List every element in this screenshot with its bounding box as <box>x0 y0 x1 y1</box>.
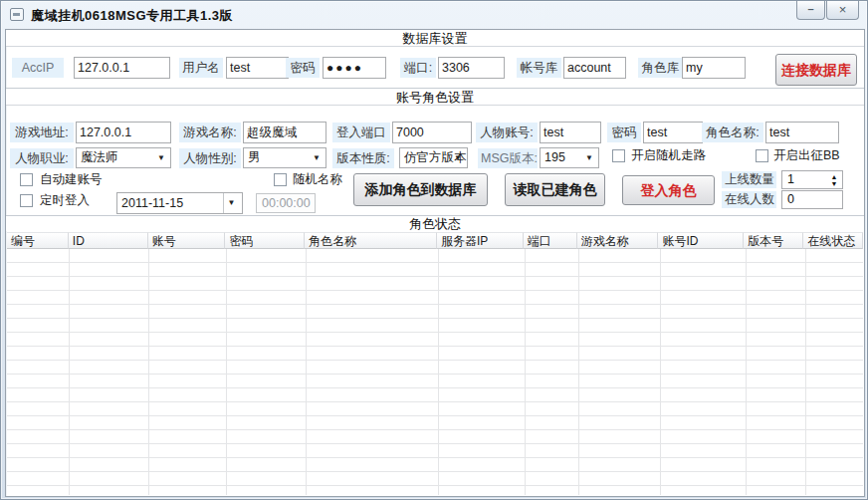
column-header-9[interactable]: 账号ID <box>658 232 744 249</box>
chevron-down-icon: ▼ <box>311 148 323 167</box>
login-port-input[interactable] <box>392 122 472 143</box>
add-role-button[interactable]: 添加角色到数据库 <box>353 173 488 206</box>
minimize-icon: – <box>807 3 813 15</box>
random-walk-checkbox[interactable] <box>612 149 625 162</box>
database-settings-group: 数据库设置 AccIP 用户名 密码 ●●●● 端口: 帐号库 角色库 连接数据… <box>6 30 864 89</box>
table-header: 编号ID账号密码角色名称服务器IP端口游戏名称账号ID版本号在线状态 <box>7 232 863 249</box>
version-type-label: 版本性质: <box>332 148 394 168</box>
chevron-down-icon: ▼ <box>155 148 167 167</box>
port-input[interactable] <box>438 57 505 79</box>
grid-column-line <box>226 249 227 495</box>
game-name-input[interactable] <box>243 122 326 143</box>
online-players-field[interactable]: 0 <box>781 190 843 209</box>
acc-ip-input[interactable] <box>74 57 170 79</box>
spinner-up-icon[interactable]: ▲ <box>831 173 838 180</box>
chevron-down-icon: ▼ <box>452 148 464 167</box>
msg-version-select[interactable]: 195▼ <box>540 147 599 168</box>
column-header-3[interactable]: 账号 <box>148 232 226 249</box>
column-header-8[interactable]: 游戏名称 <box>577 232 659 249</box>
random-name-label: 随机名称 <box>293 172 342 188</box>
login-role-button[interactable]: 登入角色 <box>622 175 715 205</box>
char-class-select[interactable]: 魔法师▼ <box>76 147 171 168</box>
msg-version-label: MSG版本: <box>478 148 538 168</box>
column-header-2[interactable]: ID <box>69 232 148 249</box>
role-name-label: 角色名称: <box>702 123 763 142</box>
column-header-10[interactable]: 版本号 <box>744 232 803 249</box>
username-input[interactable] <box>226 57 289 79</box>
grid-column-line <box>805 249 806 495</box>
column-header-1[interactable]: 编号 <box>7 232 69 249</box>
window-title: 魔域挂机0618MSG专用工具1.3版 <box>31 7 233 25</box>
online-count-value: 1 <box>787 172 794 186</box>
connect-db-button[interactable]: 连接数据库 <box>775 54 857 86</box>
timed-login-label: 定时登入 <box>40 193 90 209</box>
auto-create-checkbox[interactable] <box>20 173 33 186</box>
account-db-input[interactable] <box>563 57 626 79</box>
char-gender-select[interactable]: 男▼ <box>243 147 326 168</box>
char-gender-value: 男 <box>248 150 261 164</box>
grid-column-line <box>306 249 307 495</box>
char-class-value: 魔法师 <box>81 150 118 164</box>
timed-login-checkbox[interactable] <box>20 194 33 207</box>
battle-pet-checkbox[interactable] <box>756 149 768 162</box>
column-header-5[interactable]: 角色名称 <box>305 232 437 249</box>
grid-column-line <box>578 249 579 495</box>
role-status-title: 角色状态 <box>6 216 864 231</box>
version-type-select[interactable]: 仿官方版本▼ <box>399 147 468 168</box>
char-account-input[interactable] <box>540 122 601 143</box>
column-header-11[interactable]: 在线状态 <box>803 232 863 249</box>
role-db-label: 角色库 <box>638 58 683 78</box>
grid-column-line <box>438 249 439 495</box>
database-settings-title: 数据库设置 <box>6 30 864 47</box>
table-body[interactable] <box>7 249 863 495</box>
char-gender-label: 人物性别: <box>179 148 241 168</box>
username-label: 用户名 <box>179 58 223 78</box>
spinner-down-icon[interactable]: ▼ <box>831 180 838 187</box>
column-header-4[interactable]: 密码 <box>225 232 305 249</box>
game-addr-label: 游戏地址: <box>10 123 74 142</box>
acc-ip-label: AccIP <box>12 58 64 78</box>
char-account-label: 人物账号: <box>476 123 538 142</box>
acct-password-input[interactable] <box>643 122 703 143</box>
game-addr-input[interactable] <box>76 122 171 143</box>
login-date-select[interactable]: 2011-11-15▼ <box>116 192 243 214</box>
window-content: 数据库设置 AccIP 用户名 密码 ●●●● 端口: 帐号库 角色库 连接数据… <box>5 29 865 497</box>
role-status-group: 角色状态 编号ID账号密码角色名称服务器IP端口游戏名称账号ID版本号在线状态 <box>6 216 864 496</box>
title-bar[interactable]: 魔域挂机0618MSG专用工具1.3版 – × <box>1 1 867 29</box>
minimize-button[interactable]: – <box>796 1 825 20</box>
port-label: 端口: <box>400 58 436 78</box>
role-db-input[interactable] <box>682 57 746 79</box>
online-count-label: 上线数量 <box>722 171 776 188</box>
msg-version-value: 195 <box>544 150 565 164</box>
close-icon: × <box>839 2 847 17</box>
auto-create-label: 自动建账号 <box>40 172 103 188</box>
db-password-input[interactable]: ●●●● <box>323 57 386 79</box>
login-time-input[interactable]: 00:00:00 <box>256 193 316 213</box>
random-walk-label: 开启随机走路 <box>631 148 706 164</box>
account-role-settings-title: 账号角色设置 <box>6 89 864 106</box>
grid-column-line <box>69 249 70 495</box>
grid-column-line <box>660 249 661 495</box>
column-header-6[interactable]: 服务器IP <box>437 232 524 249</box>
online-players-label: 在线人数 <box>722 191 776 208</box>
game-name-label: 游戏名称: <box>179 123 241 142</box>
read-roles-button[interactable]: 读取已建角色 <box>505 173 605 206</box>
online-count-stepper[interactable]: 1▲▼ <box>781 170 843 189</box>
login-port-label: 登入端口 <box>332 123 390 142</box>
app-window: 魔域挂机0618MSG专用工具1.3版 – × 数据库设置 AccIP 用户名 … <box>0 0 868 500</box>
grid-column-line <box>525 249 526 495</box>
close-button[interactable]: × <box>826 1 859 20</box>
db-password-label: 密码 <box>286 58 320 78</box>
role-name-input[interactable] <box>765 122 839 143</box>
login-date-value: 2011-11-15 <box>121 196 183 210</box>
chevron-down-icon: ▼ <box>223 193 239 213</box>
account-role-settings-group: 账号角色设置 游戏地址: 游戏名称: 登入端口 人物账号: 密码 角色名称: 人… <box>6 89 864 216</box>
account-db-label: 帐号库 <box>517 58 561 78</box>
app-icon <box>10 8 24 21</box>
battle-pet-label: 开启出征BB <box>773 148 840 164</box>
column-header-7[interactable]: 端口 <box>524 232 577 249</box>
chevron-down-icon: ▼ <box>583 148 595 167</box>
acct-password-label: 密码 <box>607 123 641 142</box>
random-name-checkbox[interactable] <box>274 173 287 186</box>
char-class-label: 人物职业: <box>10 148 74 168</box>
